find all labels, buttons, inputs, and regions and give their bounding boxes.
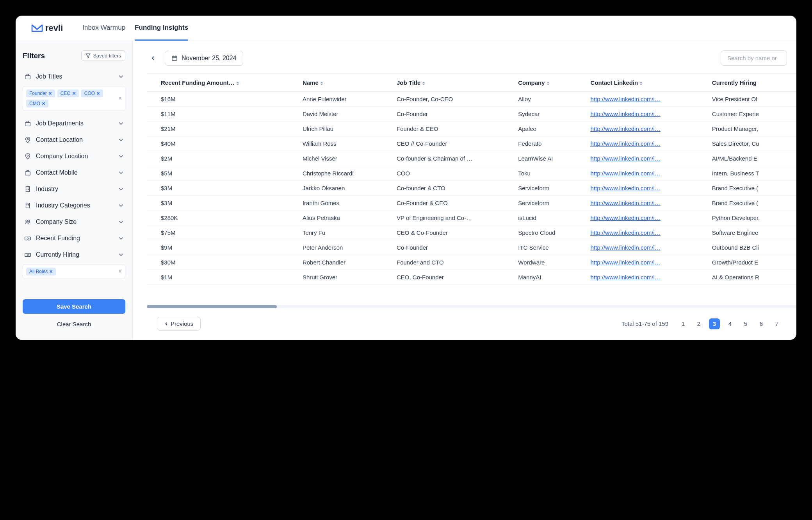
cell-hiring: Growth/Product E — [707, 255, 796, 270]
filter-tag[interactable]: All Roles ✕ — [26, 268, 56, 275]
cell-linkedin: http://www.linkedin.com/i… — [586, 225, 707, 240]
filter-row-currently-hiring[interactable]: Currently Hiring — [23, 247, 125, 263]
cell-company: Alloy — [513, 92, 586, 107]
job-titles-tagbox[interactable]: Founder ✕CEO ✕COO ✕CMO ✕ × — [23, 86, 125, 111]
tag-remove-icon[interactable]: ✕ — [72, 91, 76, 96]
filter-tag[interactable]: COO ✕ — [81, 89, 103, 97]
col-job-title[interactable]: Job Title — [392, 74, 513, 92]
cell-funding: $11M — [147, 107, 298, 122]
cell-funding: $1M — [147, 270, 298, 285]
svg-rect-18 — [25, 237, 30, 240]
svg-rect-10 — [28, 189, 29, 190]
filter-row-industry[interactable]: Industry — [23, 181, 125, 197]
page-number[interactable]: 4 — [725, 318, 735, 329]
page-number[interactable]: 6 — [756, 318, 767, 329]
filter-row-company-location[interactable]: Company Location — [23, 148, 125, 164]
page-number[interactable]: 7 — [771, 318, 782, 329]
col-name[interactable]: Name — [298, 74, 392, 92]
page-number[interactable]: 3 — [709, 318, 720, 329]
cell-name: Alius Petraska — [298, 211, 392, 225]
linkedin-link[interactable]: http://www.linkedin.com/i… — [591, 259, 661, 266]
table-row[interactable]: $16MAnne FulenwiderCo-Founder, Co-CEOAll… — [147, 92, 796, 107]
filter-row-contact-location[interactable]: Contact Location — [23, 132, 125, 148]
page-number[interactable]: 1 — [678, 318, 689, 329]
linkedin-link[interactable]: http://www.linkedin.com/i… — [591, 125, 661, 132]
table-row[interactable]: $40MWilliam RossCEO // Co-FounderFederat… — [147, 136, 796, 151]
sidebar-actions: Save Search Clear Search — [23, 293, 125, 331]
linkedin-link[interactable]: http://www.linkedin.com/i… — [591, 229, 661, 236]
table-row[interactable]: $30MRobert ChandlerFounder and CTOWordwa… — [147, 255, 796, 270]
previous-button[interactable]: Previous — [157, 317, 201, 331]
col-funding[interactable]: Recent Funding Amount… — [147, 74, 298, 92]
tag-remove-icon[interactable]: ✕ — [48, 91, 52, 96]
cell-hiring: Customer Experie — [707, 107, 796, 122]
filter-industry: Industry — [23, 181, 125, 197]
search-input[interactable]: Search by name or — [721, 50, 787, 66]
table-row[interactable]: $5MChristophe RiccardiCOOTokuhttp://www.… — [147, 166, 796, 181]
linkedin-link[interactable]: http://www.linkedin.com/i… — [591, 214, 661, 221]
chevron-down-icon — [118, 219, 124, 225]
tag-remove-icon[interactable]: ✕ — [42, 101, 45, 106]
linkedin-link[interactable]: http://www.linkedin.com/i… — [591, 274, 661, 281]
filter-row-recent-funding[interactable]: Recent Funding — [23, 231, 125, 246]
filter-row-job-departments[interactable]: Job Departments — [23, 116, 125, 131]
cell-name: David Meister — [298, 107, 392, 122]
page-number[interactable]: 2 — [693, 318, 704, 329]
table-row[interactable]: $21MUlrich PillauFounder & CEOApaleohttp… — [147, 122, 796, 136]
svg-rect-2 — [25, 122, 30, 126]
header: revli Inbox Warmup Funding Insights — [16, 16, 796, 41]
date-picker[interactable]: November 25, 2024 — [165, 51, 243, 66]
linkedin-link[interactable]: http://www.linkedin.com/i… — [591, 155, 661, 162]
col-linkedin[interactable]: Contact Linkedin — [586, 74, 707, 92]
table-row[interactable]: $3MIranthi GomesCo-Founder & CEOServicef… — [147, 196, 796, 211]
tag-remove-icon[interactable]: ✕ — [96, 91, 100, 96]
close-icon[interactable]: × — [118, 268, 122, 275]
filter-label: Recent Funding — [36, 235, 114, 242]
linkedin-link[interactable]: http://www.linkedin.com/i… — [591, 96, 661, 102]
linkedin-link[interactable]: http://www.linkedin.com/i… — [591, 111, 661, 117]
close-icon[interactable]: × — [118, 95, 122, 102]
save-search-button[interactable]: Save Search — [23, 299, 125, 314]
hiring-tagbox[interactable]: All Roles ✕ × — [23, 264, 125, 279]
cell-company: Serviceform — [513, 181, 586, 196]
cell-job-title: Co-founder & Chairman of … — [392, 151, 513, 166]
cell-company: isLucid — [513, 211, 586, 225]
saved-filters-button[interactable]: Saved filters — [81, 50, 125, 61]
cell-job-title: Co-founder & CTO — [392, 181, 513, 196]
cell-funding: $2M — [147, 151, 298, 166]
linkedin-link[interactable]: http://www.linkedin.com/i… — [591, 140, 661, 147]
linkedin-link[interactable]: http://www.linkedin.com/i… — [591, 170, 661, 177]
table-row[interactable]: $280KAlius PetraskaVP of Engineering and… — [147, 211, 796, 225]
scrollbar-thumb[interactable] — [147, 305, 277, 308]
linkedin-link[interactable]: http://www.linkedin.com/i… — [591, 185, 661, 191]
linkedin-link[interactable]: http://www.linkedin.com/i… — [591, 244, 661, 251]
page-number[interactable]: 5 — [740, 318, 751, 329]
filter-tag[interactable]: Founder ✕ — [26, 89, 55, 97]
table-row[interactable]: $3MJarkko OksanenCo-founder & CTOService… — [147, 181, 796, 196]
tag-remove-icon[interactable]: ✕ — [49, 269, 53, 274]
cell-funding: $3M — [147, 196, 298, 211]
col-company[interactable]: Company — [513, 74, 586, 92]
linkedin-link[interactable]: http://www.linkedin.com/i… — [591, 200, 661, 206]
prev-date-button[interactable] — [147, 52, 159, 64]
filter-tag[interactable]: CMO ✕ — [26, 100, 48, 107]
table-row[interactable]: $9MPeter AndersonCo-FounderITC Serviceht… — [147, 240, 796, 255]
filter-row-contact-mobile[interactable]: Contact Mobile — [23, 165, 125, 180]
logo[interactable]: revli — [31, 23, 63, 33]
filter-row-industry-categories[interactable]: Industry Categories — [23, 198, 125, 213]
svg-rect-14 — [27, 205, 27, 206]
table-row[interactable]: $2MMichel VisserCo-founder & Chairman of… — [147, 151, 796, 166]
chevron-down-icon — [118, 252, 124, 257]
tab-funding-insights[interactable]: Funding Insights — [135, 16, 188, 41]
table-row[interactable]: $75MTenry FuCEO & Co-FounderSpectro Clou… — [147, 225, 796, 240]
filter-tag[interactable]: CEO ✕ — [57, 89, 79, 97]
cell-linkedin: http://www.linkedin.com/i… — [586, 211, 707, 225]
table-row[interactable]: $11MDavid MeisterCo-FounderSydecarhttp:/… — [147, 107, 796, 122]
col-hiring[interactable]: Currently Hiring — [707, 74, 796, 92]
clear-search-button[interactable]: Clear Search — [23, 318, 125, 331]
filter-row-job-titles[interactable]: Job Titles — [23, 69, 125, 84]
filter-row-company-size[interactable]: Company Size — [23, 214, 125, 230]
tab-inbox-warmup[interactable]: Inbox Warmup — [82, 16, 125, 41]
table-row[interactable]: $1MShruti GroverCEO, Co-FounderMannyAIht… — [147, 270, 796, 285]
horizontal-scrollbar[interactable] — [147, 305, 796, 308]
